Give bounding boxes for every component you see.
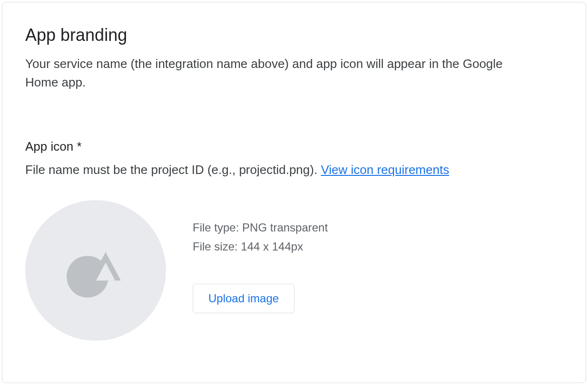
app-icon-hint: File name must be the project ID (e.g., … <box>25 163 563 177</box>
app-icon-hint-text: File name must be the project ID (e.g., … <box>25 163 321 177</box>
app-icon-label: App icon * <box>25 139 563 154</box>
file-type-spec: File type: PNG transparent <box>193 219 328 236</box>
app-branding-card: App branding Your service name (the inte… <box>2 2 586 383</box>
app-icon-placeholder <box>25 200 166 341</box>
file-size-spec: File size: 144 x 144px <box>193 238 328 255</box>
upload-image-button[interactable]: Upload image <box>193 284 294 313</box>
section-description: Your service name (the integration name … <box>25 55 529 92</box>
section-title: App branding <box>25 25 563 45</box>
upload-row: File type: PNG transparent File size: 14… <box>25 200 563 341</box>
view-icon-requirements-link[interactable]: View icon requirements <box>321 163 449 177</box>
upload-meta: File type: PNG transparent File size: 14… <box>193 200 328 313</box>
